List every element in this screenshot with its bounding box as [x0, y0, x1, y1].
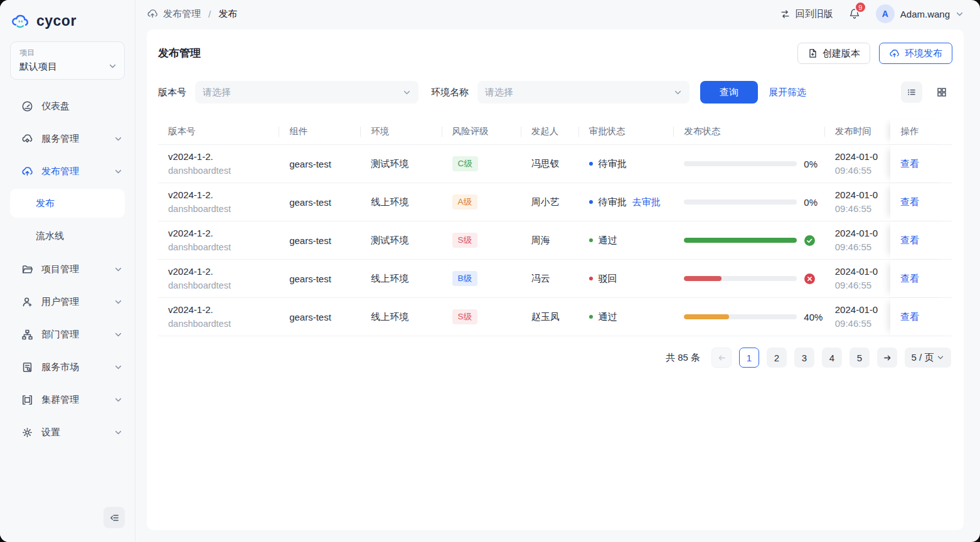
progress-bar — [684, 238, 797, 243]
approval-status-text: 待审批 — [599, 158, 627, 170]
table-row: v2024-1-2.danshboardtestgears-test测试环境S级… — [158, 221, 952, 260]
brand-name: cycor — [36, 13, 77, 29]
progress-percent: 0% — [804, 197, 818, 208]
approval-cell: 待审批去审批 — [579, 183, 674, 221]
risk-badge: B级 — [452, 271, 478, 286]
prev-page-button[interactable] — [711, 348, 732, 368]
sidebar-item-部门管理[interactable]: 部门管理 — [6, 321, 129, 348]
swap-icon — [780, 9, 791, 19]
topbar-right: 回到旧版 9 A Adam.wang — [780, 4, 964, 23]
risk-badge: A级 — [452, 194, 478, 210]
version-subtext: danshboardtest — [168, 203, 231, 215]
env-select-placeholder: 请选择 — [485, 87, 513, 98]
sidebar-item-label: 部门管理 — [41, 329, 79, 341]
notifications-button[interactable]: 9 — [848, 8, 861, 20]
sidebar-item-集群管理[interactable]: 集群管理 — [6, 386, 129, 413]
sidebar-item-仪表盘[interactable]: 仪表盘 — [6, 92, 129, 120]
view-link[interactable]: 查看 — [900, 311, 919, 323]
column-header-环境: 环境 — [361, 119, 442, 144]
environment-cell: 线上环境 — [361, 298, 442, 336]
version-cell: v2024-1-2.danshboardtest — [158, 260, 279, 297]
column-header-发布时间: 发布时间 — [825, 119, 891, 144]
create-version-button[interactable]: 创建版本 — [797, 43, 870, 64]
chevron-down-icon — [403, 88, 411, 97]
component-cell: gears-test — [279, 145, 361, 183]
next-page-button[interactable] — [877, 348, 897, 368]
publish-time-cell: 2024-01-009:46:55 — [825, 183, 891, 221]
breadcrumb-parent[interactable]: 发布管理 — [163, 8, 201, 20]
environment-cell: 测试环境 — [361, 145, 442, 183]
sidebar-collapse-button[interactable] — [104, 507, 125, 528]
component-cell: gears-test — [279, 260, 361, 297]
env-release-button[interactable]: 环境发布 — [879, 43, 952, 64]
page-button-5[interactable]: 5 — [850, 348, 870, 368]
chevron-down-icon — [114, 167, 122, 176]
approval-status-text: 驳回 — [599, 273, 617, 285]
search-button[interactable]: 查询 — [700, 81, 758, 104]
page-size-value: 5 / 页 — [912, 352, 934, 364]
project-label: 项目 — [19, 48, 115, 58]
initiator-cell: 周海 — [521, 221, 579, 259]
table-row: v2024-1-2.danshboardtestgears-test线上环境A级… — [158, 183, 952, 221]
version-select[interactable]: 请选择 — [195, 81, 418, 104]
sidebar-item-服务管理[interactable]: 服务管理 — [6, 125, 129, 152]
org-icon — [21, 329, 33, 341]
grid-view-icon — [936, 87, 947, 98]
column-header-label: 操作 — [900, 125, 919, 137]
sidebar-item-服务市场[interactable]: 服务市场 — [6, 353, 129, 381]
topbar: 发布管理 / 发布 回到旧版 9 A — [136, 0, 980, 28]
environment-cell: 线上环境 — [361, 260, 442, 297]
version-number: v2024-1-2. — [168, 304, 231, 316]
view-link[interactable]: 查看 — [900, 158, 919, 170]
chevron-down-icon — [114, 135, 122, 143]
page-button-3[interactable]: 3 — [794, 348, 814, 368]
project-selector[interactable]: 项目 默认项目 — [10, 41, 125, 80]
view-link[interactable]: 查看 — [900, 273, 919, 285]
user-menu[interactable]: A Adam.wang — [876, 4, 964, 23]
env-select[interactable]: 请选择 — [477, 81, 690, 104]
version-select-placeholder: 请选择 — [203, 87, 231, 98]
project-value: 默认项目 — [19, 61, 115, 73]
page-button-4[interactable]: 4 — [822, 348, 842, 368]
action-cell: 查看 — [890, 183, 952, 221]
view-link[interactable]: 查看 — [900, 235, 919, 247]
component-cell: gears-test — [279, 183, 361, 221]
sidebar-item-设置[interactable]: 设置 — [6, 418, 129, 446]
approval-status-dot — [589, 238, 593, 242]
table-body: v2024-1-2.danshboardtestgears-test测试环境C级… — [158, 145, 952, 336]
page-button-2[interactable]: 2 — [767, 348, 787, 368]
view-link[interactable]: 查看 — [900, 196, 919, 208]
environment-cell: 线上环境 — [361, 183, 442, 221]
sidebar-subitem-发布[interactable]: 发布 — [10, 189, 125, 218]
risk-badge: S级 — [452, 233, 478, 248]
version-number: v2024-1-2. — [168, 228, 231, 240]
page-buttons: 12345 — [739, 348, 870, 368]
initiator-cell: 冯思钗 — [521, 145, 579, 183]
page-button-1[interactable]: 1 — [739, 348, 759, 368]
sidebar-item-label: 项目管理 — [41, 263, 79, 275]
cloud-upload-icon — [889, 48, 900, 59]
version-filter-label: 版本号 — [158, 87, 186, 98]
progress-bar — [684, 276, 797, 281]
sidebar-item-发布管理[interactable]: 发布管理 — [6, 157, 129, 185]
grid-view-button[interactable] — [931, 82, 952, 103]
page-size-select[interactable]: 5 / 页 — [905, 348, 951, 368]
pagination-total: 共 85 条 — [666, 352, 700, 364]
column-header-label: 环境 — [371, 125, 389, 137]
sidebar-item-项目管理[interactable]: 项目管理 — [6, 255, 129, 283]
env-filter-label: 环境名称 — [431, 87, 469, 98]
sidebar-subitem-label: 流水线 — [36, 230, 64, 242]
expand-filters-link[interactable]: 展开筛选 — [769, 87, 806, 98]
risk-cell: A级 — [442, 183, 521, 221]
go-approve-link[interactable]: 去审批 — [632, 196, 661, 208]
progress-percent: 0% — [804, 159, 818, 169]
sidebar-subitem-流水线[interactable]: 流水线 — [10, 221, 125, 250]
list-view-button[interactable] — [901, 82, 922, 103]
sidebar-item-用户管理[interactable]: 用户管理 — [6, 288, 129, 316]
publish-time-cell: 2024-01-009:46:55 — [825, 260, 891, 297]
chevron-down-icon — [937, 354, 944, 361]
component-cell: gears-test — [279, 298, 361, 336]
chevron-down-icon — [114, 428, 122, 437]
back-to-old-version-button[interactable]: 回到旧版 — [780, 8, 833, 20]
progress-bar — [684, 161, 797, 166]
